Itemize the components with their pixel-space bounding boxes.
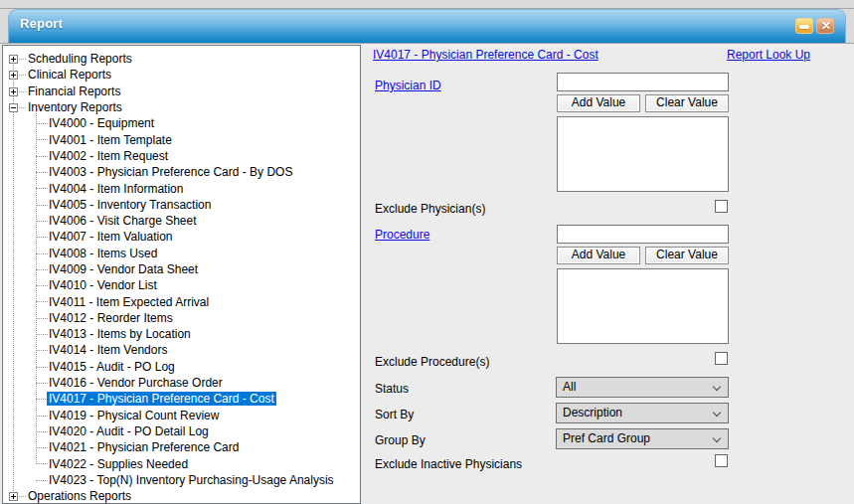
tree-item[interactable]: Financial Reports — [3, 84, 360, 99]
tree-item[interactable]: IV4012 - Reorder Items — [3, 310, 360, 326]
group-by-dropdown[interactable]: Pref Card Group — [556, 428, 729, 449]
sort-by-value: Description — [563, 406, 622, 420]
group-by-value: Pref Card Group — [563, 431, 650, 445]
tree-item-label: Scheduling Reports — [26, 52, 134, 66]
physician-list-box[interactable] — [557, 116, 729, 192]
tree-item-label: IV4019 - Physical Count Review — [47, 409, 221, 422]
status-label: Status — [375, 382, 409, 396]
tree-item[interactable]: IV4002 - Item Request — [3, 148, 360, 164]
exclude-inactive-physicians-checkbox[interactable] — [715, 454, 728, 467]
procedure-add-value-button[interactable]: Add Value — [557, 247, 640, 264]
report-lookup-link[interactable]: Report Look Up — [727, 48, 810, 62]
tree-item[interactable]: Clinical Reports — [3, 67, 360, 83]
tree-item-label: IV4000 - Equipment — [47, 116, 156, 130]
tree-item-label: IV4006 - Visit Charge Sheet — [47, 214, 199, 228]
tree-item-label: IV4023 - Top(N) Inventory Purchasing-Usa… — [47, 473, 336, 487]
tree-item-label: IV4015 - Audit - PO Log — [47, 360, 177, 374]
tree-item[interactable]: Inventory Reports — [3, 99, 360, 115]
exclude-physicians-label: Exclude Physician(s) — [375, 202, 485, 216]
tree-item[interactable]: IV4006 - Visit Charge Sheet — [3, 213, 360, 229]
exclude-inactive-physicians-label: Exclude Inactive Physicians — [375, 457, 522, 471]
minimize-button[interactable] — [795, 18, 813, 34]
tree-item[interactable]: IV4004 - Item Information — [3, 180, 360, 196]
procedure-clear-value-button[interactable]: Clear Value — [645, 247, 729, 264]
exclude-procedures-label: Exclude Procedure(s) — [375, 355, 489, 369]
tree-item-label: IV4002 - Item Request — [47, 149, 170, 163]
status-value: All — [563, 380, 576, 394]
tree-item-label: IV4004 - Item Information — [47, 182, 185, 196]
minimize-icon — [799, 25, 809, 29]
sort-by-dropdown[interactable]: Description — [556, 403, 729, 423]
tree-item[interactable]: IV4005 - Inventory Transaction — [3, 197, 360, 213]
tree-item-label: IV4020 - Audit - PO Detail Log — [47, 424, 211, 438]
tree-item-label: IV4016 - Vendor Purchase Order — [47, 376, 225, 390]
close-icon: ✕ — [817, 19, 835, 35]
tree-item[interactable]: IV4015 - Audit - PO Log — [3, 359, 360, 375]
tree-item[interactable]: IV4016 - Vendor Purchase Order — [3, 375, 360, 391]
tree-item[interactable]: IV4008 - Items Used — [3, 246, 360, 261]
procedure-list-box[interactable] — [557, 268, 729, 344]
tree-item[interactable]: IV4000 - Equipment — [3, 115, 360, 131]
tree-item-label: Operations Reports — [26, 489, 133, 503]
tree-item[interactable]: IV4017 - Physician Preference Card - Cos… — [3, 391, 360, 407]
tree-item-label: IV4021 - Physician Preference Card — [47, 440, 241, 454]
tree-item-label: IV4017 - Physician Preference Card - Cos… — [47, 392, 276, 406]
exclude-procedures-checkbox[interactable] — [715, 352, 728, 365]
tree-item-label: IV4005 - Inventory Transaction — [47, 198, 213, 212]
expand-plus-icon[interactable] — [9, 492, 18, 501]
procedure-link[interactable]: Procedure — [375, 228, 429, 242]
tree-item-label: IV4011 - Item Expected Arrival — [47, 295, 211, 309]
physician-id-link[interactable]: Physician ID — [375, 79, 441, 92]
tree-item-label: IV4012 - Reorder Items — [47, 311, 175, 325]
tree-item[interactable]: IV4023 - Top(N) Inventory Purchasing-Usa… — [3, 472, 360, 488]
chevron-down-icon — [713, 383, 721, 391]
sort-by-label: Sort By — [375, 408, 414, 421]
tree-item[interactable]: IV4010 - Vendor List — [3, 277, 360, 293]
physician-id-input[interactable] — [557, 73, 729, 91]
tree-item[interactable]: IV4013 - Items by Location — [3, 326, 360, 342]
tree-item-label: IV4010 - Vendor List — [47, 278, 159, 292]
tree-item-label: Inventory Reports — [26, 100, 124, 114]
tree-item[interactable]: IV4003 - Physician Preference Card - By … — [3, 164, 360, 180]
tree-item[interactable]: Operations Reports — [3, 488, 360, 504]
tree-item[interactable]: Scheduling Reports — [3, 51, 360, 67]
tree-item-label: IV4013 - Items by Location — [47, 327, 193, 341]
tree-item[interactable]: IV4011 - Item Expected Arrival — [3, 293, 360, 309]
tree-item-label: IV4001 - Item Template — [47, 133, 174, 147]
tree-item-label: Clinical Reports — [26, 68, 113, 82]
expand-plus-icon[interactable] — [9, 87, 18, 96]
tree-item-label: IV4007 - Item Valuation — [47, 230, 175, 244]
report-tree-panel: Scheduling ReportsClinical ReportsFinanc… — [2, 45, 361, 504]
exclude-physicians-checkbox[interactable] — [715, 200, 728, 213]
group-by-label: Group By — [375, 433, 426, 447]
physician-add-value-button[interactable]: Add Value — [557, 94, 640, 112]
collapse-minus-icon[interactable] — [9, 103, 18, 112]
chevron-down-icon — [713, 409, 721, 417]
close-button[interactable]: ✕ — [816, 18, 834, 34]
tree-item[interactable]: IV4009 - Vendor Data Sheet — [3, 261, 360, 277]
expand-plus-icon[interactable] — [9, 71, 18, 80]
procedure-input[interactable] — [557, 225, 729, 244]
report-tree: Scheduling ReportsClinical ReportsFinanc… — [3, 51, 360, 504]
tree-item[interactable]: IV4019 - Physical Count Review — [3, 408, 360, 423]
chevron-down-icon — [713, 434, 721, 442]
physician-clear-value-button[interactable]: Clear Value — [645, 94, 729, 112]
expand-plus-icon[interactable] — [9, 55, 18, 64]
report-title-link[interactable]: IV4017 - Physician Preference Card - Cos… — [373, 48, 598, 62]
tree-item[interactable]: IV4021 - Physician Preference Card — [3, 439, 360, 455]
tree-item-label: IV4009 - Vendor Data Sheet — [47, 262, 200, 276]
tree-item-label: IV4003 - Physician Preference Card - By … — [47, 165, 294, 179]
status-dropdown[interactable]: All — [556, 377, 729, 398]
tree-item-label: IV4022 - Supplies Needed — [47, 457, 190, 471]
tree-item[interactable]: IV4014 - Item Vendors — [3, 342, 360, 358]
window-title: Report — [20, 16, 63, 31]
tree-item-label: Financial Reports — [26, 84, 122, 98]
title-bar: Report ✕ — [8, 9, 846, 43]
tree-item-label: IV4008 - Items Used — [47, 247, 159, 260]
tree-item[interactable]: IV4020 - Audit - PO Detail Log — [3, 423, 360, 439]
tree-item[interactable]: IV4001 - Item Template — [3, 131, 360, 147]
tree-item[interactable]: IV4007 - Item Valuation — [3, 229, 360, 245]
tree-item-label: IV4014 - Item Vendors — [47, 343, 169, 357]
tree-item[interactable]: IV4022 - Supplies Needed — [3, 455, 360, 471]
